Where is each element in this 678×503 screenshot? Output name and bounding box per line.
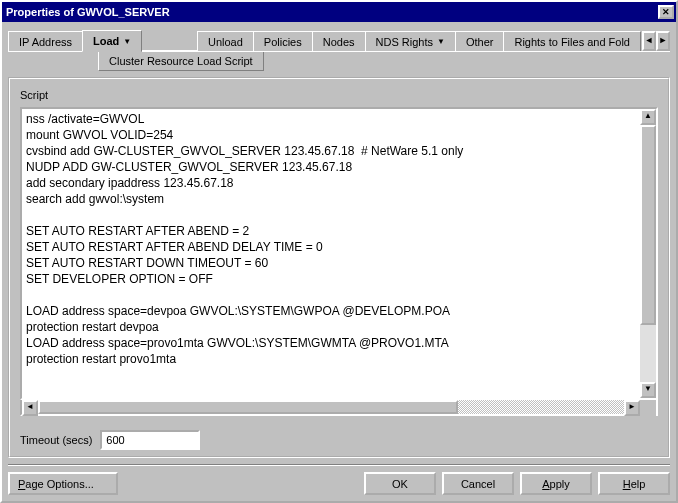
- tab-policies[interactable]: Policies: [253, 31, 313, 51]
- horizontal-scrollbar[interactable]: ◄ ►: [20, 400, 658, 416]
- scroll-down-button[interactable]: ▼: [640, 382, 656, 398]
- tab-scroll: ◄ ►: [642, 31, 670, 51]
- scroll-right-button[interactable]: ►: [624, 400, 640, 416]
- tab-load[interactable]: Load▼: [82, 30, 142, 52]
- hscroll-track[interactable]: [38, 400, 624, 414]
- properties-window: Properties of GWVOL_SERVER ✕ IP Address …: [0, 0, 678, 503]
- script-textarea[interactable]: nss /activate=GWVOL mount GWVOL VOLID=25…: [20, 107, 658, 400]
- vertical-scrollbar[interactable]: ▲ ▼: [640, 109, 656, 398]
- button-row: Page Options... OK Cancel Apply Help: [2, 466, 676, 501]
- script-text[interactable]: nss /activate=GWVOL mount GWVOL VOLID=25…: [22, 109, 640, 398]
- scroll-corner: [640, 400, 656, 416]
- subtab-load-script[interactable]: Cluster Resource Load Script: [98, 52, 264, 71]
- scroll-left-button[interactable]: ◄: [22, 400, 38, 416]
- tab-scroll-left[interactable]: ◄: [642, 31, 656, 51]
- scroll-up-button[interactable]: ▲: [640, 109, 656, 125]
- timeout-row: Timeout (secs): [20, 430, 658, 450]
- tab-strip: IP Address Load▼ Unload Policies Nodes N…: [8, 30, 670, 51]
- timeout-input[interactable]: [100, 430, 200, 450]
- tab-nodes[interactable]: Nodes: [312, 31, 366, 51]
- tab-rights-files[interactable]: Rights to Files and Fold: [503, 31, 641, 51]
- cancel-button[interactable]: Cancel: [442, 472, 514, 495]
- vscroll-thumb[interactable]: [640, 125, 656, 325]
- tab-other[interactable]: Other: [455, 31, 505, 51]
- help-button[interactable]: Help: [598, 472, 670, 495]
- chevron-down-icon: ▼: [437, 37, 445, 46]
- vscroll-track[interactable]: [640, 125, 656, 382]
- ok-button[interactable]: OK: [364, 472, 436, 495]
- tab-ip-address[interactable]: IP Address: [8, 31, 83, 51]
- tab-unload[interactable]: Unload: [197, 31, 254, 51]
- hscroll-thumb[interactable]: [38, 400, 458, 414]
- subtab-row: Cluster Resource Load Script: [8, 51, 670, 71]
- close-button[interactable]: ✕: [658, 5, 674, 19]
- content-panel: Script nss /activate=GWVOL mount GWVOL V…: [8, 77, 670, 458]
- chevron-down-icon: ▼: [123, 37, 131, 46]
- window-title: Properties of GWVOL_SERVER: [6, 6, 170, 18]
- timeout-label: Timeout (secs): [20, 434, 92, 446]
- tab-nds-rights[interactable]: NDS Rights▼: [365, 31, 456, 51]
- script-label: Script: [20, 89, 658, 101]
- titlebar: Properties of GWVOL_SERVER ✕: [2, 2, 676, 22]
- tab-scroll-right[interactable]: ►: [656, 31, 670, 51]
- page-options-button[interactable]: Page Options...: [8, 472, 118, 495]
- apply-button[interactable]: Apply: [520, 472, 592, 495]
